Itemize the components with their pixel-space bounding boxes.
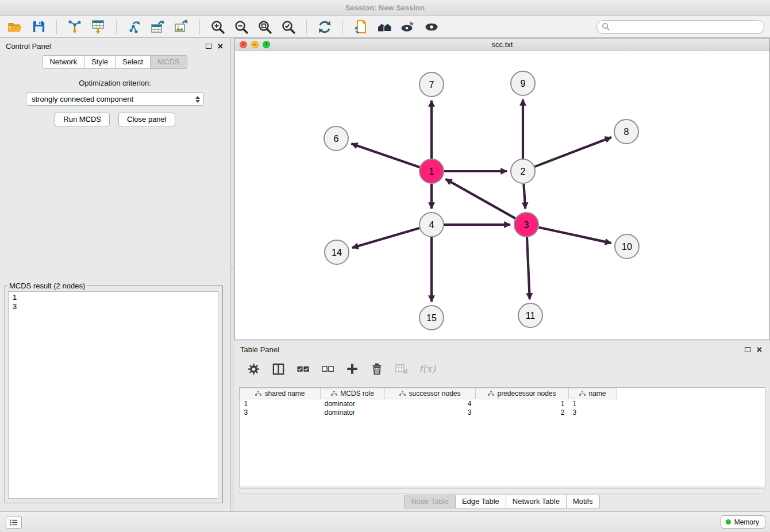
maximize-window-icon[interactable]: + <box>263 41 270 48</box>
cell-mcds-role[interactable]: dominator <box>321 399 385 408</box>
vertical-splitter[interactable] <box>230 38 234 511</box>
node-9[interactable]: 9 <box>511 71 535 95</box>
delete-row-button[interactable] <box>369 361 384 376</box>
node-table: shared nameMCDS rolesuccessor nodesprede… <box>239 387 765 487</box>
cell-predecessor-nodes[interactable]: 1 <box>476 399 569 408</box>
clipboard-network-button[interactable] <box>352 18 370 36</box>
task-history-button[interactable] <box>6 516 22 529</box>
import-network-button[interactable] <box>66 18 84 36</box>
delete-table-button[interactable] <box>394 361 409 376</box>
toolbar-separator <box>116 20 117 34</box>
node-3[interactable]: 3 <box>514 213 538 237</box>
eye-button[interactable] <box>422 18 441 36</box>
edge-3-1[interactable] <box>445 179 515 219</box>
search-input[interactable] <box>613 22 759 32</box>
table-tab-node-table[interactable]: Node Table <box>404 495 456 508</box>
cell-mcds-role[interactable]: dominator <box>321 408 385 417</box>
zoom-out-button[interactable] <box>232 18 251 36</box>
table-row[interactable]: 1dominator411 <box>240 399 617 408</box>
table-tab-network-table[interactable]: Network Table <box>506 495 567 508</box>
node-2[interactable]: 2 <box>511 159 535 183</box>
control-panel-tabs: NetworkStyleSelectMCDS <box>0 55 230 69</box>
table-row[interactable]: 3dominator323 <box>240 408 617 417</box>
node-4[interactable]: 4 <box>419 213 444 237</box>
cell-successor-nodes[interactable]: 4 <box>385 399 476 408</box>
close-window-icon[interactable]: × <box>240 41 247 48</box>
open-file-button[interactable] <box>6 18 24 36</box>
deselect-all-button[interactable] <box>320 361 335 376</box>
houses-button[interactable] <box>375 18 394 36</box>
node-15[interactable]: 15 <box>419 306 444 330</box>
zoom-in-button[interactable] <box>209 18 227 36</box>
cell-predecessor-nodes[interactable]: 2 <box>476 408 569 417</box>
save-session-button[interactable] <box>29 18 48 36</box>
export-image-button[interactable] <box>172 18 191 36</box>
select-all-button[interactable] <box>295 361 310 376</box>
result-value: 1 <box>13 293 218 302</box>
column-header-successor-nodes[interactable]: successor nodes <box>385 388 476 399</box>
criterion-select[interactable]: strongly connected component <box>26 92 204 106</box>
node-label: 8 <box>624 127 629 137</box>
mcds-result-box: MCDS result (2 nodes) 13 <box>5 282 223 503</box>
edge-3-11[interactable] <box>527 237 530 299</box>
tab-mcds[interactable]: MCDS <box>150 55 187 69</box>
eye-paint-button[interactable] <box>399 18 417 36</box>
node-6[interactable]: 6 <box>324 126 348 151</box>
column-tree-icon <box>399 391 406 396</box>
node-10[interactable]: 10 <box>615 234 639 259</box>
edge-1-6[interactable] <box>352 144 420 167</box>
export-network-button[interactable] <box>125 18 144 36</box>
minimize-window-icon[interactable]: − <box>251 41 259 48</box>
run-mcds-button[interactable]: Run MCDS <box>55 113 110 126</box>
cell-successor-nodes[interactable]: 3 <box>385 408 476 417</box>
add-row-button[interactable] <box>345 361 360 376</box>
column-header-name[interactable]: name <box>569 388 617 399</box>
node-7[interactable]: 7 <box>419 72 444 97</box>
tab-network[interactable]: Network <box>42 55 84 69</box>
close-icon[interactable]: × <box>757 347 762 353</box>
tab-style[interactable]: Style <box>84 55 116 69</box>
zoom-in-icon <box>210 20 225 34</box>
window-title: Session: New Session <box>345 3 425 12</box>
node-1[interactable]: 1 <box>419 159 444 183</box>
node-14[interactable]: 14 <box>325 240 349 264</box>
column-header-shared-name[interactable]: shared name <box>240 388 321 399</box>
edge-3-10[interactable] <box>539 228 611 243</box>
column-header-mcds-role[interactable]: MCDS role <box>321 388 385 399</box>
float-window-icon[interactable] <box>745 347 750 352</box>
cell-shared-name[interactable]: 1 <box>240 399 321 408</box>
float-window-icon[interactable] <box>206 44 211 49</box>
close-icon[interactable]: × <box>218 44 223 49</box>
show-columns-button[interactable] <box>271 361 286 376</box>
node-table-grid: shared nameMCDS rolesuccessor nodesprede… <box>240 388 617 417</box>
edge-2-3[interactable] <box>523 184 525 209</box>
function-builder-button[interactable]: f(x) <box>419 361 436 376</box>
horizontal-scrollbar[interactable] <box>239 488 765 494</box>
list-icon <box>10 519 18 526</box>
edge-2-8[interactable] <box>535 137 611 167</box>
cell-name[interactable]: 3 <box>569 408 617 417</box>
cell-shared-name[interactable]: 3 <box>240 408 321 417</box>
table-settings-button[interactable] <box>246 361 261 376</box>
refresh-button[interactable] <box>315 18 334 36</box>
tab-select[interactable]: Select <box>115 55 151 69</box>
export-table-button[interactable] <box>149 18 167 36</box>
optimization-criterion-label: Optimization criterion: <box>0 79 230 87</box>
table-tab-edge-table[interactable]: Edge Table <box>455 495 506 508</box>
edge-4-14[interactable] <box>352 228 419 248</box>
mcds-actions: Run MCDS Close panel <box>0 113 230 126</box>
close-panel-button[interactable]: Close panel <box>118 113 175 126</box>
zoom-selected-button[interactable] <box>279 18 298 36</box>
import-table-button[interactable] <box>89 18 107 36</box>
memory-button[interactable]: Memory <box>721 515 765 529</box>
node-label: 14 <box>332 248 342 257</box>
column-header-predecessor-nodes[interactable]: predecessor nodes <box>476 388 569 399</box>
network-canvas[interactable]: 7968124314101511 <box>235 51 769 340</box>
table-tab-motifs[interactable]: Motifs <box>566 495 600 508</box>
mcds-result-list[interactable]: 13 <box>8 291 218 499</box>
node-8[interactable]: 8 <box>614 119 638 144</box>
zoom-fit-button[interactable] <box>256 18 274 36</box>
node-11[interactable]: 11 <box>518 303 542 327</box>
toolbar-separator <box>342 20 343 34</box>
cell-name[interactable]: 1 <box>569 399 617 408</box>
